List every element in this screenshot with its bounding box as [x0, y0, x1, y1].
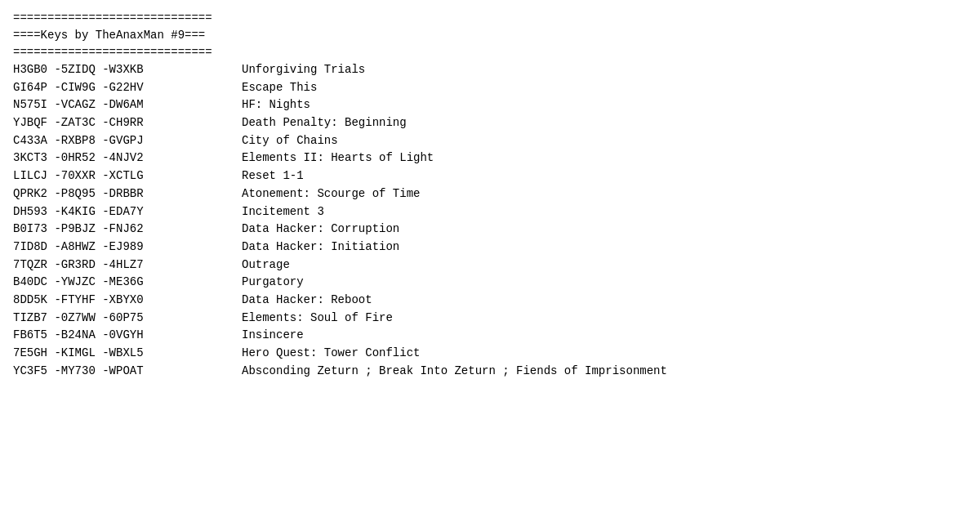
key-codes: B0I73 -P9BJZ -FNJ62 [13, 221, 242, 239]
game-title: Data Hacker: Initiation [242, 239, 967, 256]
game-title: Atonement: Scourge of Time [242, 185, 967, 203]
key-codes: B40DC -YWJZC -ME36G [13, 274, 242, 292]
table-row: GI64P -CIW9G -G22HVEscape This [13, 79, 967, 97]
game-title: Unforgiving Trials [242, 61, 967, 79]
key-codes: C433A -RXBP8 -GVGPJ [13, 132, 242, 150]
key-codes: GI64P -CIW9G -G22HV [13, 79, 242, 97]
game-title: Incitement 3 [242, 203, 967, 221]
game-title: Escape This [242, 79, 967, 97]
table-row: 8DD5K -FTYHF -XBYX0Data Hacker: Reboot [13, 292, 967, 310]
table-row: C433A -RXBP8 -GVGPJCity of Chains [13, 132, 967, 150]
game-title: Purgatory [242, 274, 967, 292]
table-row: QPRK2 -P8Q95 -DRBBRAtonement: Scourge of… [13, 185, 967, 203]
key-codes: TIZB7 -0Z7WW -60P75 [13, 310, 242, 328]
key-codes: YC3F5 -MY730 -WPOAT [13, 363, 242, 381]
table-row: DH593 -K4KIG -EDA7YIncitement 3 [13, 203, 967, 221]
game-title: Data Hacker: Reboot [242, 292, 967, 310]
key-codes: LILCJ -70XXR -XCTLG [13, 167, 242, 185]
header-title: ====Keys by TheAnaxMan #9=== [13, 27, 967, 44]
table-row: TIZB7 -0Z7WW -60P75Elements: Soul of Fir… [13, 310, 967, 328]
table-row: 7TQZR -GR3RD -4HLZ7Outrage [13, 256, 967, 274]
game-title: Insincere [242, 327, 967, 345]
table-row: YC3F5 -MY730 -WPOATAbsconding Zeturn ; B… [13, 363, 967, 381]
key-codes: 3KCT3 -0HR52 -4NJV2 [13, 149, 242, 167]
table-row: FB6T5 -B24NA -0VGYHInsincere [13, 327, 967, 345]
key-codes: QPRK2 -P8Q95 -DRBBR [13, 185, 242, 203]
table-row: N575I -VCAGZ -DW6AMHF: Nights [13, 96, 967, 114]
header-divider1: ============================= [13, 10, 967, 27]
key-codes: N575I -VCAGZ -DW6AM [13, 96, 242, 114]
game-title: Outrage [242, 256, 967, 274]
game-title: Absconding Zeturn ; Break Into Zeturn ; … [242, 363, 967, 381]
table-row: H3GB0 -5ZIDQ -W3XKBUnforgiving Trials [13, 61, 967, 79]
game-title: City of Chains [242, 132, 967, 150]
key-codes: DH593 -K4KIG -EDA7Y [13, 203, 242, 221]
table-row: 3KCT3 -0HR52 -4NJV2Elements II: Hearts o… [13, 149, 967, 167]
key-codes: H3GB0 -5ZIDQ -W3XKB [13, 61, 242, 79]
entries-list: H3GB0 -5ZIDQ -W3XKBUnforgiving TrialsGI6… [13, 61, 967, 380]
game-title: Elements II: Hearts of Light [242, 149, 967, 167]
table-row: B40DC -YWJZC -ME36GPurgatory [13, 274, 967, 292]
key-codes: 7E5GH -KIMGL -WBXL5 [13, 345, 242, 363]
game-title: Elements: Soul of Fire [242, 310, 967, 328]
game-title: Reset 1-1 [242, 167, 967, 185]
key-codes: YJBQF -ZAT3C -CH9RR [13, 114, 242, 132]
table-row: 7E5GH -KIMGL -WBXL5Hero Quest: Tower Con… [13, 345, 967, 363]
key-codes: FB6T5 -B24NA -0VGYH [13, 327, 242, 345]
table-row: YJBQF -ZAT3C -CH9RRDeath Penalty: Beginn… [13, 114, 967, 132]
table-row: LILCJ -70XXR -XCTLGReset 1-1 [13, 167, 967, 185]
table-row: 7ID8D -A8HWZ -EJ989Data Hacker: Initiati… [13, 239, 967, 256]
game-title: Death Penalty: Beginning [242, 114, 967, 132]
key-codes: 8DD5K -FTYHF -XBYX0 [13, 292, 242, 310]
key-codes: 7TQZR -GR3RD -4HLZ7 [13, 256, 242, 274]
game-title: Hero Quest: Tower Conflict [242, 345, 967, 363]
game-title: HF: Nights [242, 96, 967, 114]
header-divider2: ============================= [13, 44, 967, 61]
table-row: B0I73 -P9BJZ -FNJ62Data Hacker: Corrupti… [13, 221, 967, 239]
key-codes: 7ID8D -A8HWZ -EJ989 [13, 239, 242, 256]
game-title: Data Hacker: Corruption [242, 221, 967, 239]
